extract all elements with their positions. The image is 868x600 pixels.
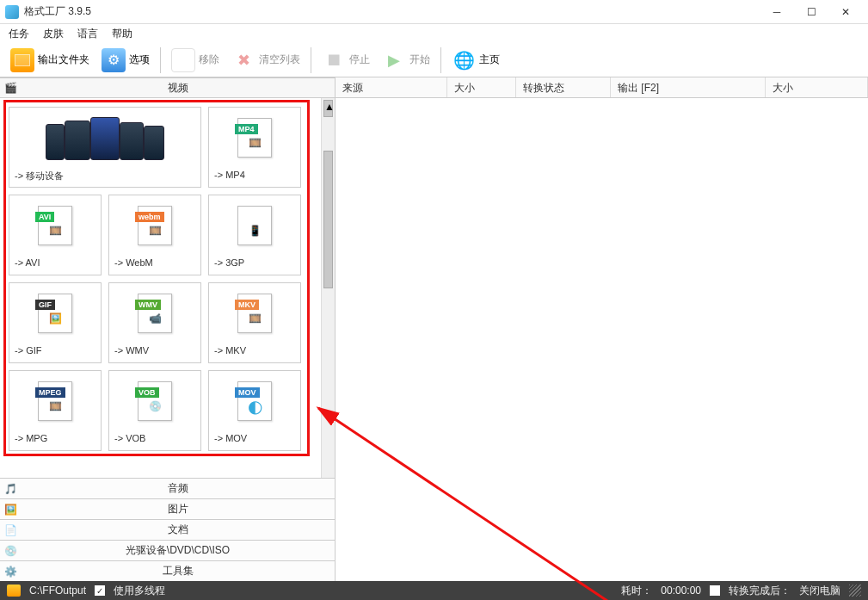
tile-mpg-label: -> MPG [9,431,101,450]
category-image[interactable]: 🖼️ 图片 [0,498,335,519]
category-document[interactable]: 📄 文档 [0,519,335,540]
shutdown-checkbox[interactable] [710,585,720,596]
output-folder-icon[interactable] [7,585,21,597]
menu-skin[interactable]: 皮肤 [43,27,64,41]
globe-icon [452,48,476,72]
tile-mkv-label: -> MKV [209,343,300,362]
close-button[interactable]: ✕ [828,3,863,22]
home-label: 主页 [479,53,500,67]
disc-category-icon: 💿 [0,545,21,557]
tile-gif[interactable]: GIF🖼️ -> GIF [9,282,102,363]
tools-category-icon: ⚙️ [0,566,21,578]
after-value: 关闭电脑 [799,584,840,598]
maximize-button[interactable]: ☐ [794,3,828,22]
document-icon [171,48,195,72]
tile-mp4[interactable]: MP4🎞️ -> MP4 [208,107,301,188]
tile-webm[interactable]: webm🎞️ -> WebM [108,195,201,275]
tile-webm-label: -> WebM [109,256,200,275]
col-size[interactable]: 大小 [447,77,516,97]
remove-button[interactable]: 移除 [168,46,223,74]
mpeg-icon: MPEG🎞️ [38,381,72,421]
x-icon [231,48,255,72]
task-list[interactable] [336,98,868,581]
right-panel: 来源 大小 转换状态 输出 [F2] 大小 [336,77,868,581]
output-path[interactable]: C:\FFOutput [29,585,86,597]
mkv-icon: MKV🎞️ [237,294,272,333]
clear-label: 清空列表 [259,53,300,67]
tile-mov-label: -> MOV [209,431,300,450]
options-label: 选项 [129,53,150,67]
multithread-checkbox[interactable]: ✓ [95,585,105,596]
elapsed-label: 耗时： [621,584,652,598]
category-document-label: 文档 [21,523,335,537]
category-video-header[interactable]: 🎬 视频 [0,77,335,98]
start-label: 开始 [409,53,430,67]
clear-button[interactable]: 清空列表 [228,46,304,74]
menubar: 任务 皮肤 语言 帮助 [0,24,868,43]
category-audio[interactable]: 🎵 音频 [0,478,335,498]
category-disc-label: 光驱设备\DVD\CD\ISO [21,543,335,558]
tile-3gp[interactable]: 📱 -> 3GP [208,195,301,275]
resize-grip[interactable] [849,585,861,597]
category-disc[interactable]: 💿 光驱设备\DVD\CD\ISO [0,540,335,560]
webm-icon: webm🎞️ [138,206,172,245]
tile-mkv[interactable]: MKV🎞️ -> MKV [208,282,301,363]
stop-icon [322,48,346,72]
tile-vob[interactable]: VOB💿 -> VOB [108,370,201,451]
vob-icon: VOB💿 [138,381,172,421]
mobile-devices-icon [9,108,200,168]
toolbar: 输出文件夹 选项 移除 清空列表 停止 开始 主页 [0,43,868,77]
image-category-icon: 🖼️ [0,504,21,516]
status-bar: C:\FFOutput ✓ 使用多线程 耗时： 00:00:00 转换完成后： … [0,581,868,600]
category-tools-label: 工具集 [21,564,335,578]
tile-wmv[interactable]: WMV📹 -> WMV [108,282,201,363]
tile-mp4-label: -> MP4 [209,168,300,187]
scroll-thumb[interactable] [323,151,333,288]
tile-3gp-label: -> 3GP [209,256,300,275]
video-formats-panel: -> 移动设备 MP4🎞️ -> MP4 AVI🎞️ -> AVI webm🎞️… [0,98,335,478]
tile-mov[interactable]: MOV◐ -> MOV [208,370,301,451]
elapsed-value: 00:00:00 [661,585,701,597]
separator [440,47,441,73]
mov-icon: MOV◐ [237,381,272,421]
tile-gif-label: -> GIF [9,343,101,362]
start-button[interactable]: 开始 [379,46,434,74]
col-status[interactable]: 转换状态 [516,77,611,97]
annotation-arrow [310,399,654,600]
remove-label: 移除 [199,53,219,67]
video-category-icon: 🎬 [0,82,21,94]
3gp-icon: 📱 [237,206,272,245]
menu-help[interactable]: 帮助 [112,27,132,41]
tile-avi[interactable]: AVI🎞️ -> AVI [9,195,102,275]
col-source[interactable]: 来源 [336,77,447,97]
tile-mobile-device[interactable]: -> 移动设备 [9,107,201,188]
category-tools[interactable]: ⚙️ 工具集 [0,560,335,581]
after-label: 转换完成后： [729,584,791,598]
app-icon [5,5,19,19]
minimize-button[interactable]: ─ [760,3,794,22]
left-scrollbar[interactable]: ▲ [321,98,335,478]
format-grid: -> 移动设备 MP4🎞️ -> MP4 AVI🎞️ -> AVI webm🎞️… [5,103,329,455]
category-image-label: 图片 [21,502,335,516]
multithread-label: 使用多线程 [114,584,165,598]
gear-icon [102,48,126,72]
output-folder-label: 输出文件夹 [38,53,89,67]
main-area: 🎬 视频 -> 移动设备 [0,77,868,581]
separator [311,47,311,73]
options-button[interactable]: 选项 [98,46,153,74]
wmv-icon: WMV📹 [138,294,172,333]
col-output[interactable]: 输出 [F2] [611,77,766,97]
menu-lang[interactable]: 语言 [77,27,98,41]
scroll-up-button[interactable]: ▲ [323,100,333,117]
col-size2[interactable]: 大小 [766,77,868,97]
output-folder-button[interactable]: 输出文件夹 [7,46,93,74]
column-headers: 来源 大小 转换状态 输出 [F2] 大小 [336,77,868,98]
stop-label: 停止 [349,53,370,67]
home-button[interactable]: 主页 [448,46,503,74]
tile-avi-label: -> AVI [9,256,101,275]
stop-button[interactable]: 停止 [318,46,373,74]
tile-mpg[interactable]: MPEG🎞️ -> MPG [9,370,102,451]
tile-mobile-label: -> 移动设备 [9,168,200,187]
menu-task[interactable]: 任务 [9,27,29,41]
separator [160,47,161,73]
